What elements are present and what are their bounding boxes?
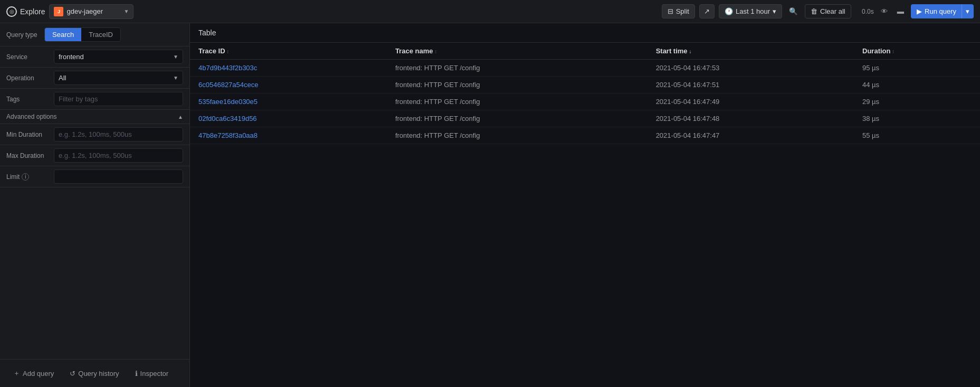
limit-input[interactable] bbox=[54, 169, 183, 184]
timer-display: 0.0s bbox=[855, 8, 874, 15]
run-query-label: Run query bbox=[925, 7, 956, 15]
toolbar-right: ⊟ Split ↗ 🕐 Last 1 hour ▾ 🔍 🗑 Clear all … bbox=[662, 4, 974, 18]
advanced-options-label: Advanced options bbox=[6, 113, 178, 120]
col-trace-id[interactable]: Trace ID bbox=[190, 43, 387, 60]
trash-icon: 🗑 bbox=[811, 7, 817, 15]
tags-label: Tags bbox=[6, 96, 54, 103]
table-row: 02fd0ca6c3419d56frontend: HTTP GET /conf… bbox=[190, 110, 980, 127]
query-type-tabs: Search TraceID bbox=[44, 27, 121, 42]
eye-icon: 👁 bbox=[881, 7, 888, 15]
explore-label: Explore bbox=[20, 7, 45, 16]
limit-info-icon[interactable]: i bbox=[22, 173, 29, 181]
operation-chevron-icon: ▼ bbox=[173, 75, 178, 81]
table-header: Trace ID Trace name Start time Duration bbox=[190, 43, 980, 60]
clear-all-label: Clear all bbox=[820, 7, 845, 15]
table-row: 6c0546827a54cecefrontend: HTTP GET /conf… bbox=[190, 77, 980, 93]
cell-duration: 95 µs bbox=[854, 60, 980, 77]
cell-start-time: 2021-05-04 16:47:47 bbox=[648, 127, 854, 144]
service-control: frontend ▼ bbox=[54, 50, 183, 64]
history-icon: ↺ bbox=[70, 370, 75, 377]
operation-select[interactable]: All ▼ bbox=[54, 71, 183, 85]
datasource-selector[interactable]: J gdev-jaeger ▼ bbox=[49, 4, 134, 19]
query-history-tab[interactable]: ↺ Query history bbox=[63, 366, 126, 381]
cell-start-time: 2021-05-04 16:47:48 bbox=[648, 110, 854, 127]
cell-trace-name: frontend: HTTP GET /config bbox=[387, 77, 648, 93]
datasource-label: gdev-jaeger bbox=[66, 7, 120, 15]
tab-traceid[interactable]: TraceID bbox=[81, 28, 120, 41]
table-row: 47b8e7258f3a0aa8frontend: HTTP GET /conf… bbox=[190, 127, 980, 144]
run-icon: ▶ bbox=[917, 7, 922, 15]
cell-start-time: 2021-05-04 16:47:49 bbox=[648, 93, 854, 110]
table-header-row: Trace ID Trace name Start time Duration bbox=[190, 43, 980, 60]
query-history-label: Query history bbox=[78, 370, 119, 377]
advanced-options-row[interactable]: Advanced options ▲ bbox=[0, 110, 189, 124]
time-chevron-icon: ▾ bbox=[773, 7, 776, 15]
cell-trace-id[interactable]: 47b8e7258f3a0aa8 bbox=[190, 127, 387, 144]
operation-control: All ▼ bbox=[54, 71, 183, 85]
bottom-tabs: ＋ Add query ↺ Query history ℹ Inspector bbox=[0, 359, 189, 387]
clear-all-button[interactable]: 🗑 Clear all bbox=[805, 4, 851, 18]
tab-search[interactable]: Search bbox=[45, 28, 81, 41]
tags-input[interactable] bbox=[54, 92, 183, 106]
datasource-icon: J bbox=[54, 7, 63, 16]
limit-row: Limit i bbox=[0, 166, 189, 187]
max-duration-input[interactable] bbox=[54, 148, 183, 163]
operation-label: Operation bbox=[6, 74, 54, 82]
limit-label: Limit bbox=[6, 173, 20, 181]
cell-trace-name: frontend: HTTP GET /config bbox=[387, 60, 648, 77]
main-layout: Query type Search TraceID Service fronte… bbox=[0, 23, 980, 387]
zoom-out-button[interactable]: 🔍 bbox=[786, 5, 801, 18]
share-button[interactable]: ↗ bbox=[699, 4, 715, 18]
cell-duration: 55 µs bbox=[854, 127, 980, 144]
add-query-tab[interactable]: ＋ Add query bbox=[6, 365, 61, 382]
col-duration[interactable]: Duration bbox=[854, 43, 980, 60]
inspector-tab[interactable]: ℹ Inspector bbox=[128, 366, 175, 381]
run-query-split-button[interactable]: ▾ bbox=[962, 4, 974, 18]
run-query-button[interactable]: ▶ Run query bbox=[911, 4, 962, 18]
cell-trace-id[interactable]: 02fd0ca6c3419d56 bbox=[190, 110, 387, 127]
col-start-time[interactable]: Start time bbox=[648, 43, 854, 60]
add-query-label: Add query bbox=[23, 370, 54, 377]
run-query-chevron-icon: ▾ bbox=[966, 7, 969, 15]
time-range-button[interactable]: 🕐 Last 1 hour ▾ bbox=[719, 4, 782, 18]
datasource-chevron-icon: ▼ bbox=[124, 8, 129, 14]
inspector-icon: ℹ bbox=[135, 370, 138, 377]
right-panel: Table Trace ID Trace name Start time Dur… bbox=[190, 23, 980, 387]
table-wrapper: Trace ID Trace name Start time Duration … bbox=[190, 43, 980, 387]
toolbar: ◎ Explore J gdev-jaeger ▼ ⊟ Split ↗ 🕐 La… bbox=[0, 0, 980, 23]
min-duration-row: Min Duration bbox=[0, 124, 189, 145]
col-trace-name[interactable]: Trace name bbox=[387, 43, 648, 60]
clock-icon: 🕐 bbox=[725, 7, 733, 15]
operation-row: Operation All ▼ bbox=[0, 68, 189, 89]
tags-row: Tags bbox=[0, 89, 189, 110]
cell-duration: 29 µs bbox=[854, 93, 980, 110]
cell-start-time: 2021-05-04 16:47:53 bbox=[648, 60, 854, 77]
split-label: Split bbox=[676, 7, 689, 15]
results-header: Table bbox=[190, 23, 980, 43]
split-button[interactable]: ⊟ Split bbox=[662, 4, 695, 18]
service-value: frontend bbox=[59, 53, 173, 61]
time-label: Last 1 hour bbox=[736, 7, 770, 15]
run-query-group: ▶ Run query ▾ bbox=[911, 4, 974, 18]
table-row: 4b7d9b443f2b303cfrontend: HTTP GET /conf… bbox=[190, 60, 980, 77]
cell-duration: 44 µs bbox=[854, 77, 980, 93]
advanced-options-chevron-icon: ▲ bbox=[178, 114, 183, 120]
toolbar-left: ◎ Explore J gdev-jaeger ▼ bbox=[6, 4, 658, 19]
table-icon: ▬ bbox=[897, 7, 904, 15]
table-body: 4b7d9b443f2b303cfrontend: HTTP GET /conf… bbox=[190, 60, 980, 144]
inspector-label: Inspector bbox=[140, 370, 168, 377]
cell-trace-id[interactable]: 6c0546827a54cece bbox=[190, 77, 387, 93]
table-label: Table bbox=[198, 29, 216, 37]
cell-trace-id[interactable]: 535faee16de030e5 bbox=[190, 93, 387, 110]
results-table: Trace ID Trace name Start time Duration … bbox=[190, 43, 980, 144]
cell-start-time: 2021-05-04 16:47:51 bbox=[648, 77, 854, 93]
min-duration-label: Min Duration bbox=[6, 131, 54, 138]
service-select[interactable]: frontend ▼ bbox=[54, 50, 183, 64]
cell-trace-id[interactable]: 4b7d9b443f2b303c bbox=[190, 60, 387, 77]
split-icon: ⊟ bbox=[668, 7, 673, 15]
table-view-button[interactable]: ▬ bbox=[895, 5, 907, 18]
min-duration-input[interactable] bbox=[54, 127, 183, 141]
limit-label-container: Limit i bbox=[6, 173, 54, 181]
visualization-button[interactable]: 👁 bbox=[878, 5, 890, 18]
service-label: Service bbox=[6, 53, 54, 61]
